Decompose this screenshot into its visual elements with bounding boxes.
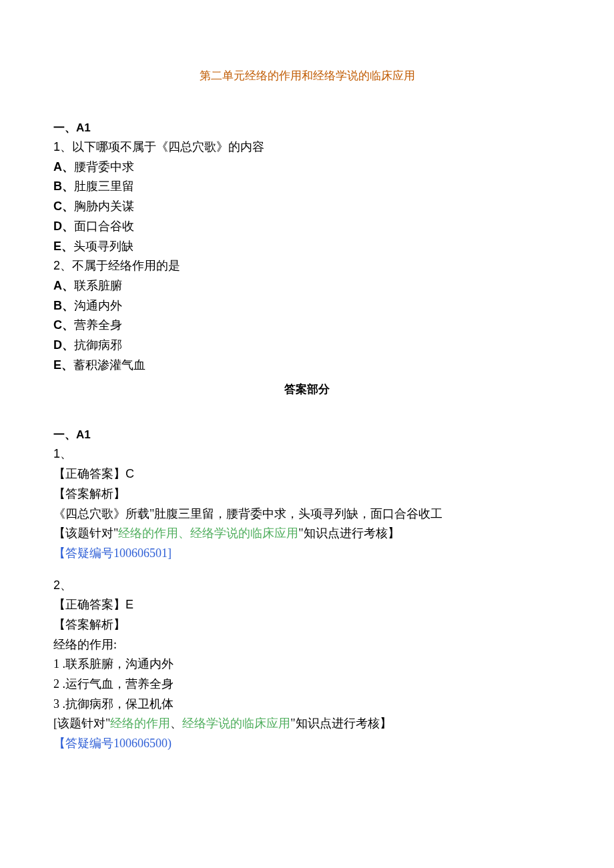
opt-letter: A、 [53, 160, 74, 173]
opt-text: 联系脏腑 [74, 279, 122, 292]
document-page: 第二单元经络的作用和经络学说的临床应用 一、A1 1、以下哪项不属于《四总穴歌》… [0, 0, 614, 807]
opt-letter: C、 [53, 199, 74, 213]
opt-letter: A、 [53, 279, 74, 292]
q2-option-b: B、沟通内外 [53, 296, 561, 316]
ref-mid: 答疑编号100606500) [65, 737, 172, 750]
opt-letter: D、 [53, 338, 74, 352]
opt-letter: E、 [53, 358, 73, 372]
answer-2-knowledge-point: [该题针对"经络的作用、经络学说的临床应用"知识点进行考核】 [53, 714, 561, 734]
question-2-stem: 2、不属于经络作用的是 [53, 256, 561, 276]
q1-option-d: D、面口合谷收 [53, 217, 561, 237]
opt-letter: E、 [53, 240, 73, 253]
section-prefix: 一、 [53, 428, 76, 441]
point-pre: 【该题针对" [53, 526, 118, 540]
q1-option-b: B、肚腹三里留 [53, 177, 561, 197]
opt-letter: B、 [53, 299, 74, 312]
answer-2-explain-l0: 经络的作用: [53, 635, 561, 655]
opt-text: 沟通内外 [74, 299, 122, 312]
q2-option-a: A、联系脏腑 [53, 276, 561, 296]
correct-label: 【正确答案】 [53, 467, 125, 480]
answer-2-explain-label: 【答案解析】 [53, 615, 561, 635]
opt-text: 腰背委中求 [74, 160, 134, 173]
ref-mid: 答疑编号100606501] [65, 546, 172, 560]
a1-num: 1、 [53, 447, 72, 460]
answer-2-correct: 【正确答案】E [53, 595, 561, 615]
answers-heading: 答案部分 [53, 380, 561, 399]
opt-letter: C、 [53, 318, 74, 332]
answer-2-explain-l2: 2 .运行气血，营养全身 [53, 675, 561, 695]
answer-2-explain-l3: 3 .抗御病邪，保卫机体 [53, 695, 561, 715]
point-post: "知识点进行考核】 [298, 526, 399, 540]
opt-text: 营养全身 [74, 318, 122, 332]
correct-label: 【正确答案】 [53, 598, 125, 611]
opt-text: 胸胁内关谋 [74, 199, 134, 213]
answer-1-correct: 【正确答案】C [53, 464, 561, 484]
a2-num: 2、 [53, 578, 72, 592]
spacer [53, 564, 561, 576]
answer-1-explain-text: 《四总穴歌》所载"肚腹三里留，腰背委中求，头项寻列缺，面口合谷收工 [53, 504, 561, 524]
answer-2-explain-l1: 1 .联系脏腑，沟通内外 [53, 655, 561, 675]
q2-text: 不属于经络作用的是 [72, 259, 180, 272]
q1-option-a: A、腰背委中求 [53, 157, 561, 177]
q1-option-c: C、胸胁内关谋 [53, 197, 561, 217]
point-mid: 、 [170, 717, 182, 730]
point-post: "知识点进行考核】 [290, 717, 391, 730]
opt-text: 面口合谷收 [74, 220, 134, 233]
answers-section-heading: 一、A1 [53, 426, 561, 444]
answer-1-explain-label: 【答案解析】 [53, 484, 561, 504]
opt-text: 抗御病邪 [74, 338, 122, 352]
answer-1-reference: 【答疑编号100606501] [53, 544, 561, 564]
section-a1: A1 [76, 428, 91, 441]
q1-option-e: E、头项寻列缺 [53, 237, 561, 257]
section-a1: A1 [76, 121, 91, 134]
opt-text: 蓄积渗灌气血 [73, 358, 145, 372]
opt-letter: B、 [53, 179, 74, 193]
section-heading: 一、A1 [53, 119, 561, 137]
answer-1-number: 1、 [53, 444, 561, 464]
q2-option-d: D、抗御病邪 [53, 336, 561, 356]
correct-value: C [125, 467, 134, 480]
point-highlight-2: 经络学说的临床应用 [182, 717, 290, 730]
point-pre: [该题针对" [53, 717, 110, 730]
correct-value: E [125, 598, 133, 611]
q2-option-c: C、营养全身 [53, 316, 561, 336]
ref-pre: 【 [53, 546, 65, 560]
opt-text: 头项寻列缺 [73, 240, 133, 253]
point-highlight: 经络的作用、经络学说的临床应用 [118, 526, 298, 540]
opt-text: 肚腹三里留 [74, 179, 134, 193]
question-1-stem: 1、以下哪项不属于《四总穴歌》的内容 [53, 137, 561, 157]
answer-2-reference: 【答疑编号100606500) [53, 734, 561, 754]
q2-number: 2、 [53, 259, 72, 272]
section-prefix: 一、 [53, 121, 76, 134]
q1-number: 1、 [53, 140, 72, 153]
q1-text: 以下哪项不属于《四总穴歌》的内容 [72, 140, 264, 153]
q2-option-e: E、蓄积渗灌气血 [53, 356, 561, 376]
point-highlight-1: 经络的作用 [110, 717, 170, 730]
opt-letter: D、 [53, 220, 74, 233]
document-title: 第二单元经络的作用和经络学说的临床应用 [53, 67, 561, 85]
answer-1-knowledge-point: 【该题针对"经络的作用、经络学说的临床应用"知识点进行考核】 [53, 524, 561, 544]
ref-pre: 【 [53, 737, 65, 750]
answer-2-number: 2、 [53, 576, 561, 596]
